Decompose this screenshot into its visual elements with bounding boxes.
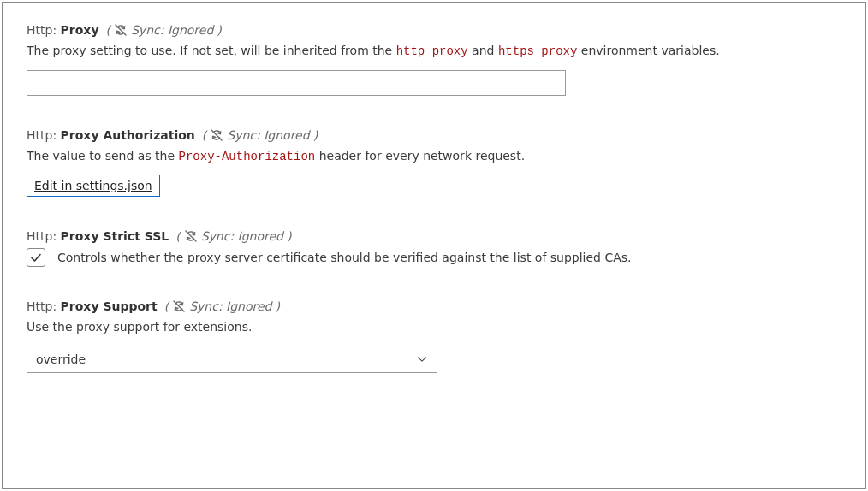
setting-http-proxy-authorization: Http: Proxy Authorization Sync: Ignored … (27, 128, 841, 198)
sync-ignored-badge: Sync: Ignored (164, 299, 280, 313)
sync-ignored-icon (210, 128, 223, 142)
setting-http-proxy: Http: Proxy Sync: Ignored The proxy sett… (27, 23, 841, 96)
sync-ignored-label: Sync: Ignored (201, 229, 283, 243)
proxy-input[interactable] (27, 70, 566, 96)
sync-ignored-label: Sync: Ignored (227, 128, 309, 142)
check-icon (29, 251, 43, 264)
setting-scope: Http: Proxy Strict SSL (27, 229, 169, 243)
proxy-strict-ssl-checkbox[interactable] (27, 248, 45, 267)
checkbox-row: Controls whether the proxy server certif… (27, 248, 841, 267)
setting-name: Proxy Authorization (61, 128, 195, 142)
sync-ignored-icon (172, 299, 186, 313)
setting-title-row: Http: Proxy Support Sync: Ignored (27, 299, 841, 313)
setting-title-row: Http: Proxy Strict SSL Sync: Ignored (27, 229, 841, 243)
sync-ignored-icon (114, 23, 128, 37)
setting-scope: Http: Proxy Authorization (27, 128, 195, 142)
proxy-support-select[interactable]: override (27, 346, 437, 373)
chevron-down-icon (416, 353, 428, 365)
code-literal: http_proxy (396, 44, 468, 58)
setting-name: Proxy Support (61, 299, 158, 313)
setting-description: Use the proxy support for extensions. (27, 318, 841, 337)
setting-http-proxy-support: Http: Proxy Support Sync: Ignored Use th… (27, 299, 841, 373)
setting-scope: Http: Proxy (27, 23, 99, 37)
sync-ignored-badge: Sync: Ignored (175, 229, 291, 243)
sync-ignored-label: Sync: Ignored (131, 23, 213, 37)
setting-description: Controls whether the proxy server certif… (57, 251, 632, 264)
setting-scope: Http: Proxy Support (27, 299, 158, 313)
edit-in-settings-json-link[interactable]: Edit in settings.json (27, 175, 160, 197)
setting-title-row: Http: Proxy Sync: Ignored (27, 23, 841, 37)
setting-description: The value to send as the Proxy-Authoriza… (27, 147, 841, 167)
sync-ignored-label: Sync: Ignored (189, 299, 271, 313)
sync-ignored-badge: Sync: Ignored (106, 23, 222, 37)
settings-panel: Http: Proxy Sync: Ignored The proxy sett… (2, 2, 866, 489)
code-literal: Proxy-Authorization (179, 150, 316, 163)
select-value: override (36, 352, 86, 366)
setting-description: The proxy setting to use. If not set, wi… (27, 42, 841, 62)
sync-ignored-icon (184, 229, 198, 243)
sync-ignored-badge: Sync: Ignored (202, 128, 318, 142)
setting-http-proxy-strict-ssl: Http: Proxy Strict SSL Sync: Ignored (27, 229, 841, 267)
setting-title-row: Http: Proxy Authorization Sync: Ignored (27, 128, 841, 142)
setting-name: Proxy Strict SSL (61, 229, 169, 243)
setting-name: Proxy (61, 23, 99, 37)
code-literal: https_proxy (498, 44, 577, 58)
